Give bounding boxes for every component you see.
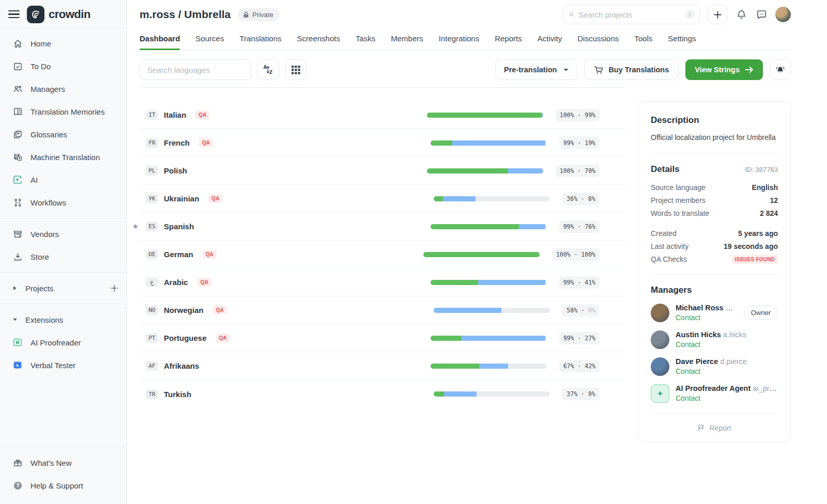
hamburger-menu-icon[interactable]: [8, 9, 20, 20]
sidebar-item-workflows[interactable]: Workflows: [0, 191, 127, 214]
create-project-button[interactable]: [708, 5, 727, 24]
pre-translation-label: Pre-translation: [504, 66, 557, 74]
manager-avatar[interactable]: [651, 357, 669, 376]
translation-progress-bar[interactable]: [431, 140, 547, 146]
messages-icon[interactable]: [755, 8, 768, 21]
translation-progress-bar[interactable]: [434, 196, 550, 201]
search-icon: [569, 10, 574, 19]
language-row[interactable]: DEGermanQA100% · 100%: [140, 241, 625, 269]
translation-progress-bar[interactable]: [431, 224, 547, 229]
sidebar-item-extensions[interactable]: Extensions: [0, 308, 127, 331]
chevron-right-icon[interactable]: [12, 286, 18, 291]
grid-view-button[interactable]: [285, 59, 306, 80]
approved-segment: [434, 196, 443, 201]
notifications-bell-icon[interactable]: [735, 8, 747, 21]
language-search[interactable]: [140, 59, 251, 80]
buy-translations-button[interactable]: Buy Translations: [584, 59, 679, 80]
qa-issues-badge[interactable]: QA: [197, 278, 211, 287]
tab-discussions[interactable]: Discussions: [577, 29, 619, 50]
add-project-button[interactable]: [110, 284, 118, 292]
language-row[interactable]: AFAfrikaans67% · 42%: [140, 352, 625, 380]
manager-contact-link[interactable]: Contact: [676, 394, 700, 402]
language-row[interactable]: PLPolish100% · 70%: [140, 157, 625, 185]
translation-progress-bar[interactable]: [427, 168, 543, 174]
chevron-down-icon[interactable]: [12, 317, 18, 322]
sidebar-item-whats-new[interactable]: What's New: [0, 451, 127, 474]
sidebar-item-glossaries[interactable]: Glossaries: [0, 123, 127, 146]
language-row[interactable]: ESSpanish99% · 76%: [140, 213, 625, 241]
search-projects-input[interactable]: [578, 10, 681, 19]
translation-progress-bar[interactable]: [434, 391, 550, 397]
qa-issues-badge[interactable]: QA: [199, 138, 213, 147]
qa-issues-badge[interactable]: QA: [195, 111, 209, 119]
sidebar-item-machine-translation[interactable]: G Machine Translation: [0, 146, 127, 168]
crowdin-logo[interactable]: crowdin: [27, 6, 90, 23]
manager-avatar[interactable]: [651, 384, 669, 403]
user-avatar[interactable]: [775, 7, 791, 22]
manager-contact-link[interactable]: Contact: [676, 313, 700, 322]
manager-name[interactable]: AI Proofreader Agent: [676, 384, 751, 392]
language-row[interactable]: عArabicQA99% · 41%: [140, 269, 625, 296]
language-row[interactable]: TRTurkish37% · 9%: [140, 380, 625, 408]
sidebar-item-todo[interactable]: To Do: [0, 55, 127, 77]
tab-tools[interactable]: Tools: [634, 29, 652, 50]
manager-name[interactable]: Michael Ross: [676, 304, 724, 312]
language-row[interactable]: FRFrenchQA99% · 19%: [140, 129, 625, 157]
sidebar-item-ai[interactable]: AI: [0, 168, 127, 191]
manager-name[interactable]: Dave Pierce: [676, 357, 718, 366]
tab-activity[interactable]: Activity: [538, 29, 562, 50]
star-icon[interactable]: [132, 224, 139, 230]
manager-avatar[interactable]: [651, 304, 669, 322]
manager-avatar[interactable]: [651, 330, 669, 349]
sidebar-item-help-support[interactable]: ? Help & Support: [0, 474, 127, 497]
tab-members[interactable]: Members: [391, 29, 423, 50]
sidebar-item-store[interactable]: Store: [0, 245, 127, 268]
language-row[interactable]: PTPortugueseQA99% · 27%: [140, 324, 625, 352]
qa-issues-badge[interactable]: QA: [203, 250, 217, 259]
svg-text:?: ?: [16, 482, 19, 489]
sidebar-item-projects[interactable]: Projects: [0, 277, 127, 300]
sidebar-item-home[interactable]: Home: [0, 32, 127, 55]
sidebar-item-managers[interactable]: Managers: [0, 77, 127, 100]
qa-issues-badge[interactable]: QA: [213, 306, 227, 314]
sidebar-item-translation-memories[interactable]: Translation Memories: [0, 100, 127, 123]
tab-reports[interactable]: Reports: [495, 29, 522, 50]
translation-progress-bar[interactable]: [431, 280, 547, 285]
manager-name[interactable]: Austin Hicks: [676, 330, 721, 339]
tab-dashboard[interactable]: Dashboard: [140, 29, 180, 50]
sidebar-item-ai-proofreader[interactable]: AI Proofreader: [0, 331, 127, 354]
language-row[interactable]: УКUkrainianQA36% · 8%: [140, 185, 625, 213]
translation-progress-bar[interactable]: [423, 252, 540, 257]
manager-contact-link[interactable]: Contact: [676, 367, 700, 375]
view-strings-button[interactable]: View Strings: [685, 59, 763, 80]
tab-sources[interactable]: Sources: [195, 29, 224, 50]
translation-progress-bar[interactable]: [434, 308, 550, 313]
tab-integrations[interactable]: Integrations: [439, 29, 479, 50]
pre-translation-dropdown[interactable]: Pre-translation: [495, 59, 577, 80]
tab-tasks[interactable]: Tasks: [356, 29, 375, 50]
sidebar-item-vendors[interactable]: Vendors: [0, 223, 127, 245]
sidebar-item-verbal-tester[interactable]: Verbal Tester: [0, 354, 127, 376]
sort-az-button[interactable]: AZ: [257, 59, 279, 80]
todo-icon: [12, 61, 23, 71]
tab-settings[interactable]: Settings: [668, 29, 696, 50]
language-name: Ukrainian: [164, 194, 199, 203]
language-row[interactable]: ITItalianQA100% · 99%: [140, 101, 625, 129]
manager-contact-link[interactable]: Contact: [676, 340, 700, 349]
details-title: Details: [651, 164, 680, 175]
qa-issues-badge[interactable]: QA: [216, 334, 230, 342]
translation-progress-bar[interactable]: [431, 336, 547, 341]
language-row[interactable]: NONorwegianQA58% · 0%: [140, 296, 625, 324]
managers-title: Managers: [651, 285, 778, 295]
tab-translations[interactable]: Translations: [239, 29, 281, 50]
issues-found-badge[interactable]: ISSUES FOUND: [732, 255, 778, 264]
translation-progress-bar[interactable]: [431, 364, 547, 369]
qa-issues-badge[interactable]: QA: [208, 194, 222, 203]
translation-progress-bar[interactable]: [427, 113, 543, 118]
search-languages-input[interactable]: [147, 66, 243, 74]
tab-screenshots[interactable]: Screenshots: [297, 29, 340, 50]
notifications-settings-button[interactable]: [770, 59, 791, 80]
report-button[interactable]: Report: [651, 424, 778, 432]
project-search[interactable]: /: [563, 5, 700, 24]
svg-text:A: A: [264, 65, 267, 70]
